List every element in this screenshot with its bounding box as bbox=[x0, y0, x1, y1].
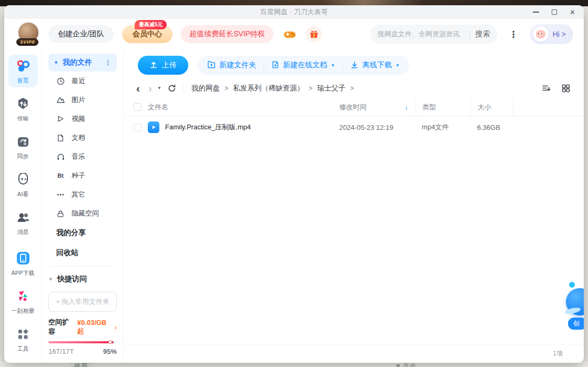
headphones-icon bbox=[56, 152, 65, 161]
column-header-name[interactable]: 文件名 bbox=[148, 103, 339, 112]
gift-icon[interactable] bbox=[306, 26, 322, 42]
new-online-doc-button[interactable]: 新建在线文档 ▼ bbox=[271, 60, 335, 70]
nav-item-hidden-space[interactable]: 隐藏空间 bbox=[48, 204, 117, 223]
rail-item-app-download[interactable]: APP下载 bbox=[8, 247, 38, 280]
history-caret-icon[interactable]: ▼ bbox=[157, 86, 161, 90]
file-row[interactable]: Family.Practice_压制版.mp4 2024-05-23 12:19… bbox=[124, 116, 584, 138]
transfer-icon bbox=[16, 97, 30, 113]
file-modified-time: 2024-05-23 12:19 bbox=[339, 124, 415, 131]
file-size: 6.36GB bbox=[471, 116, 513, 138]
rail-item-transfer[interactable]: 传输 bbox=[8, 94, 38, 125]
nav-divider bbox=[49, 266, 116, 267]
storage-expand-link[interactable]: 空间扩容 ¥0.03/GB起 › bbox=[48, 318, 117, 337]
breadcrumb-item[interactable]: 私发系列（稀缺资源） bbox=[233, 84, 304, 93]
nav-item-recycle-bin[interactable]: 回收站 bbox=[48, 243, 117, 263]
nav-item-videos[interactable]: 视频 bbox=[48, 109, 117, 128]
file-name[interactable]: Family.Practice_压制版.mp4 bbox=[165, 123, 251, 132]
storage-percent: 95% bbox=[103, 348, 117, 355]
nav-item-torrents[interactable]: Bt 种子 bbox=[48, 166, 117, 185]
breadcrumb-separator: > bbox=[225, 85, 228, 92]
breadcrumb-item[interactable]: 瑞士父子 bbox=[317, 84, 346, 93]
mascot-widget[interactable]: 创 bbox=[565, 282, 584, 330]
breadcrumb-row: ‹ › ▼ 我的网盘 > 私发系列（稀缺资源） > 瑞士父子 > bbox=[124, 79, 584, 98]
rail-item-home[interactable]: 首页 bbox=[8, 55, 38, 87]
grid-view-icon[interactable] bbox=[562, 84, 570, 93]
search-button[interactable]: 搜索 bbox=[475, 29, 490, 39]
offline-download-button[interactable]: 离线下载 ▼ bbox=[350, 60, 400, 70]
user-avatar[interactable]: SVIP8 bbox=[17, 22, 40, 47]
game-icon[interactable] bbox=[282, 26, 298, 42]
ai-view-icon bbox=[16, 173, 30, 189]
pin-folder-dropzone[interactable]: + 拖入常用文件夹 bbox=[48, 292, 117, 312]
nav-item-images[interactable]: 图片 bbox=[48, 90, 117, 109]
collapse-caret-icon[interactable]: ▼ bbox=[54, 60, 58, 65]
forward-icon[interactable]: › bbox=[148, 83, 152, 94]
more-menu-icon[interactable]: ⋮ bbox=[506, 29, 521, 40]
create-badge[interactable]: 创 bbox=[568, 318, 584, 330]
chevron-down-icon: ▼ bbox=[331, 63, 335, 68]
storage-usage: 16T/17T bbox=[48, 348, 74, 355]
breadcrumb-separator: > bbox=[309, 85, 312, 92]
image-icon bbox=[56, 96, 65, 104]
nav-item-documents[interactable]: 文档 bbox=[48, 128, 117, 147]
video-file-icon bbox=[148, 121, 159, 133]
new-doc-icon bbox=[271, 60, 279, 70]
nav-item-recent[interactable]: 最近 bbox=[48, 72, 117, 90]
sort-list-icon[interactable] bbox=[542, 84, 551, 93]
rail-item-messages[interactable]: 消息 bbox=[8, 207, 38, 239]
search-input[interactable]: 搜网盘文件、全网资源资讯 搜索 bbox=[370, 25, 498, 44]
nav-item-other[interactable]: ⋯ 其它 bbox=[48, 185, 117, 204]
mascot-bubble bbox=[569, 282, 575, 288]
storage-section: 空间扩容 ¥0.03/GB起 › 16T/17T 95% bbox=[48, 318, 117, 355]
breadcrumb-item[interactable]: 我的网盘 bbox=[191, 84, 220, 93]
nav-my-files[interactable]: ▼ 我的文件 ⋮ bbox=[48, 54, 117, 72]
close-icon[interactable]: ✕ bbox=[570, 9, 575, 16]
chevron-right-icon: › bbox=[115, 323, 117, 331]
item-count: 1项 bbox=[553, 349, 563, 358]
column-header-type[interactable]: 类型 bbox=[415, 98, 471, 116]
progress-marker bbox=[108, 340, 112, 344]
file-list-empty-area[interactable] bbox=[124, 138, 584, 344]
app-header: SVIP8 创建企业/团队 会员中心 最高减5元 超值续费延长SVIP特权 bbox=[4, 19, 584, 49]
collapse-caret-icon[interactable]: ▼ bbox=[48, 277, 53, 282]
photo-album-icon bbox=[16, 290, 30, 305]
tools-icon bbox=[16, 328, 30, 343]
back-icon[interactable]: ‹ bbox=[136, 83, 140, 94]
refresh-icon[interactable] bbox=[168, 84, 176, 93]
upload-button[interactable]: 上传 bbox=[138, 56, 188, 75]
icon-rail: 首页 传输 bbox=[4, 49, 42, 363]
svip-promo-button[interactable]: 超值续费延长SVIP特权 bbox=[181, 25, 273, 43]
minimize-icon[interactable] bbox=[533, 12, 539, 13]
sort-descending-icon[interactable]: ↓ bbox=[405, 103, 416, 111]
assistant-avatar bbox=[533, 26, 549, 42]
rail-item-tools[interactable]: 工具 bbox=[8, 324, 38, 355]
assistant-hi-button[interactable]: Hi > bbox=[530, 24, 573, 44]
svip-level-badge: SVIP8 bbox=[16, 38, 38, 46]
file-type: mp4文件 bbox=[415, 116, 471, 138]
column-header-modified[interactable]: 修改时间 ↓ bbox=[339, 103, 415, 112]
search-divider bbox=[470, 30, 470, 38]
upload-icon bbox=[149, 60, 158, 70]
clock-icon bbox=[56, 77, 65, 85]
messages-icon bbox=[16, 211, 30, 227]
nav-item-my-share[interactable]: 我的分享 bbox=[48, 223, 117, 243]
nav-quick-access[interactable]: ▼ 快捷访问 bbox=[48, 270, 117, 289]
nav-item-music[interactable]: 音乐 bbox=[48, 147, 117, 166]
toolbar-group: 新建文件夹 新建在线文档 ▼ 离 bbox=[198, 56, 409, 75]
maximize-icon[interactable] bbox=[552, 9, 557, 15]
member-center-button[interactable]: 会员中心 最高减5元 bbox=[122, 25, 173, 43]
sync-icon bbox=[16, 135, 30, 151]
row-checkbox[interactable] bbox=[134, 124, 141, 131]
create-team-button[interactable]: 创建企业/团队 bbox=[48, 25, 114, 43]
new-folder-button[interactable]: 新建文件夹 bbox=[207, 60, 256, 70]
content-area: 上传 新建文件夹 新建在线文档 ▼ bbox=[124, 49, 584, 363]
rail-item-ai-view[interactable]: AI看 bbox=[8, 169, 38, 201]
chevron-down-icon: ▼ bbox=[396, 63, 400, 68]
rail-item-photo-album[interactable]: 一刻相册 bbox=[8, 286, 38, 318]
column-header-size[interactable]: 大小 bbox=[471, 98, 513, 116]
nav-more-icon[interactable]: ⋮ bbox=[105, 59, 111, 67]
titlebar[interactable]: 百度网盘 · 刀刀大表哥 ✕ bbox=[4, 5, 584, 19]
main-area: 首页 传输 bbox=[4, 49, 584, 363]
select-all-checkbox[interactable] bbox=[134, 103, 141, 111]
rail-item-sync[interactable]: 同步 bbox=[8, 131, 38, 163]
